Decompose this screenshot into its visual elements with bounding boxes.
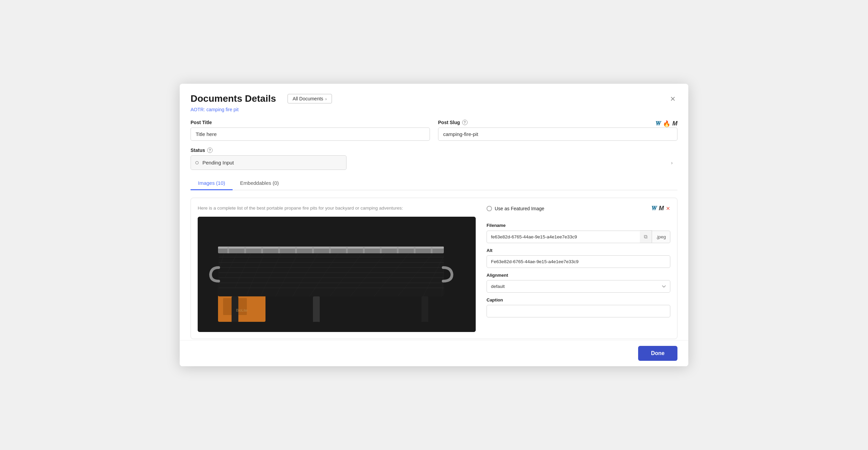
- close-button[interactable]: ×: [668, 94, 677, 104]
- filename-label: Filename: [487, 223, 670, 228]
- tab-images[interactable]: Images (10): [191, 177, 233, 190]
- filename-ext: .jpeg: [652, 231, 670, 243]
- post-slug-group: Post Slug ? 𝑾 🔥 M: [438, 120, 677, 141]
- svg-text:BioLite: BioLite: [236, 308, 248, 312]
- copy-icon: ⧉: [644, 234, 648, 240]
- firepit-image: BioLite: [198, 217, 476, 332]
- status-group: Status ? Pending Input Published Draft ›: [191, 148, 677, 170]
- modal-title: Documents Details: [191, 93, 276, 104]
- tab-embeddables[interactable]: Embeddables (0): [233, 177, 286, 190]
- remove-featured-icon[interactable]: ✕: [666, 206, 670, 212]
- alignment-select[interactable]: default left center right none: [487, 280, 670, 293]
- wordpress-icon: 𝑾: [655, 120, 661, 127]
- svg-point-45: [417, 322, 432, 325]
- featured-platform-icons: 𝑾 M ✕: [651, 205, 670, 212]
- medium-featured-icon: M: [659, 205, 664, 212]
- status-select-wrapper: Pending Input Published Draft ›: [191, 155, 677, 170]
- image-box: BioLite: [198, 217, 476, 332]
- filename-input[interactable]: [487, 231, 640, 243]
- status-help-icon[interactable]: ?: [207, 148, 213, 153]
- svg-rect-42: [421, 296, 428, 324]
- filename-field-row: ⧉ .jpeg: [487, 230, 670, 243]
- tabs-row: Images (10) Embeddables (0): [191, 177, 677, 190]
- slug-platform-icons: 𝑾 🔥 M: [655, 120, 677, 128]
- content-card: Here is a complete list of the best port…: [191, 198, 677, 339]
- alt-input[interactable]: [487, 255, 670, 268]
- post-title-group: Post Title: [191, 120, 430, 141]
- status-select[interactable]: Pending Input Published Draft: [191, 155, 347, 170]
- title-slug-row: Post Title Post Slug ? 𝑾 🔥 M: [191, 120, 677, 141]
- post-slug-input[interactable]: [438, 128, 677, 141]
- modal-footer: Done: [180, 340, 688, 366]
- post-slug-label: Post Slug ?: [438, 120, 468, 125]
- status-label: Status ?: [191, 148, 677, 153]
- caption-label: Caption: [487, 297, 670, 302]
- post-title-input[interactable]: [191, 128, 430, 141]
- image-preview-area: Here is a complete list of the best port…: [198, 205, 476, 332]
- modal-header: Documents Details All Documents › ×: [191, 93, 677, 104]
- featured-image-label[interactable]: Use as Featured Image: [487, 206, 544, 211]
- slug-help-icon[interactable]: ?: [462, 120, 468, 125]
- alt-label: Alt: [487, 248, 670, 253]
- svg-rect-27: [218, 247, 444, 249]
- slug-label-row: Post Slug ? 𝑾 🔥 M: [438, 120, 677, 128]
- breadcrumb-label: All Documents: [293, 96, 323, 101]
- breadcrumb-chevron-icon: ›: [325, 96, 327, 101]
- wp-featured-icon: 𝑾: [651, 205, 657, 212]
- alignment-label: Alignment: [487, 273, 670, 278]
- all-documents-button[interactable]: All Documents ›: [288, 94, 332, 103]
- featured-radio-icon: [487, 206, 492, 211]
- image-description: Here is a complete list of the best port…: [198, 205, 476, 213]
- done-button[interactable]: Done: [638, 346, 677, 361]
- status-chevron-icon: ›: [671, 160, 673, 165]
- fire-icon: 🔥: [663, 120, 670, 128]
- alignment-select-wrapper: default left center right none: [487, 280, 670, 293]
- svg-rect-43: [313, 296, 320, 324]
- filename-copy-button[interactable]: ⧉: [640, 230, 652, 243]
- svg-point-44: [228, 322, 242, 325]
- close-icon: ×: [670, 94, 675, 104]
- aotr-link[interactable]: AOTR: camping fire pit: [191, 107, 677, 112]
- modal-container: Documents Details All Documents › × AOTR…: [180, 84, 688, 366]
- medium-icon: M: [672, 120, 677, 127]
- image-fields-area: Use as Featured Image 𝑾 M ✕ Filename ⧉ .…: [487, 205, 670, 332]
- caption-input[interactable]: [487, 305, 670, 317]
- svg-point-46: [309, 322, 324, 325]
- post-title-label: Post Title: [191, 120, 430, 125]
- featured-image-row: Use as Featured Image 𝑾 M ✕: [487, 205, 670, 212]
